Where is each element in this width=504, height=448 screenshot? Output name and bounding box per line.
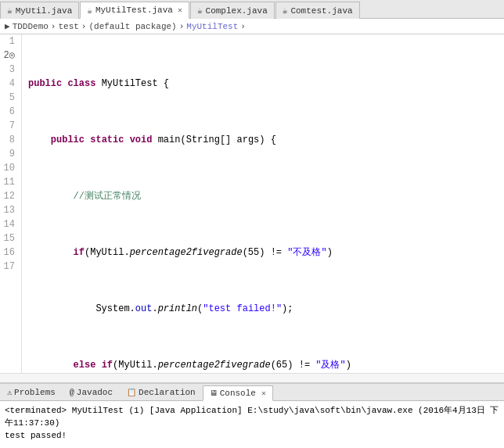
line-num-17: 17 xyxy=(3,260,15,274)
code-line-6: else if(MyUtil.percentage2fivegrade(65) … xyxy=(28,358,504,372)
line-num-5: 5 xyxy=(3,91,15,105)
tab-problems[interactable]: ⚠ Problems xyxy=(0,385,63,400)
tab-console[interactable]: 🖥 Console ✕ xyxy=(203,385,273,401)
problems-icon: ⚠ xyxy=(7,388,12,397)
console-close[interactable]: ✕ xyxy=(261,389,266,398)
tab-declaration-label: Declaration xyxy=(139,388,196,397)
line-num-9: 9 xyxy=(3,147,15,161)
console-output: <terminated> MyUtilTest (1) [Java Applic… xyxy=(0,401,504,448)
line-num-3: 3 xyxy=(3,63,15,77)
declaration-icon: 📋 xyxy=(127,388,136,397)
java-icon-complex: ☕ xyxy=(197,5,203,16)
tab-complex-label: Complex.java xyxy=(206,6,268,16)
tab-declaration[interactable]: 📋 Declaration xyxy=(120,385,203,400)
tab-javadoc-label: Javadoc xyxy=(77,388,113,397)
horizontal-scrollbar[interactable] xyxy=(0,373,504,382)
line-num-14: 14 xyxy=(3,217,15,231)
tab-comtest-label: Comtest.java xyxy=(290,6,352,16)
line-numbers: 1 2◎ 3 4 5 6 7 8 9 10 11 12 13 14 15 16 … xyxy=(0,34,22,373)
javadoc-icon: @ xyxy=(70,389,74,397)
editor[interactable]: 1 2◎ 3 4 5 6 7 8 9 10 11 12 13 14 15 16 … xyxy=(0,34,504,373)
bottom-tab-bar: ⚠ Problems @ Javadoc 📋 Declaration 🖥 Con… xyxy=(0,384,504,401)
line-num-2: 2◎ xyxy=(3,48,15,63)
breadcrumb-icon-arrow: ▶ xyxy=(5,21,10,31)
line-num-15: 15 xyxy=(3,231,15,246)
code-area[interactable]: public class MyUtilTest { public static … xyxy=(22,34,504,373)
java-icon-comtest: ☕ xyxy=(283,5,288,16)
line-num-6: 6 xyxy=(3,105,15,119)
breadcrumb-class[interactable]: MyUtilTest xyxy=(186,22,238,31)
code-line-3: //测试正常情况 xyxy=(28,189,504,203)
tab-javadoc[interactable]: @ Javadoc xyxy=(63,385,120,400)
tab-myutil-label: MyUtil.java xyxy=(16,6,73,16)
breadcrumb-test[interactable]: test xyxy=(58,22,78,31)
breadcrumb-sep3: › xyxy=(179,22,185,31)
code-line-1: public class MyUtilTest { xyxy=(28,77,504,91)
breadcrumb-package[interactable]: (default package) xyxy=(88,22,176,31)
breadcrumb-sep2: › xyxy=(81,22,87,31)
breadcrumb: ▶ TDDDemo › test › (default package) › M… xyxy=(0,19,504,34)
line-num-13: 13 xyxy=(3,203,15,217)
breadcrumb-sep1: › xyxy=(51,22,56,31)
tab-myutiltest-label: MyUtilTest.java xyxy=(95,5,173,15)
line-num-10: 10 xyxy=(3,161,15,175)
console-icon: 🖥 xyxy=(210,389,218,398)
breadcrumb-sep4: › xyxy=(240,22,246,31)
breadcrumb-tdddemo[interactable]: TDDDemo xyxy=(13,22,49,31)
tab-complex[interactable]: ☕ Complex.java xyxy=(190,2,275,19)
tab-myutiltest-close[interactable]: ✕ xyxy=(178,5,182,15)
tab-bar: ☕ MyUtil.java ☕ MyUtilTest.java ✕ ☕ Comp… xyxy=(0,0,504,19)
line-num-12: 12 xyxy=(3,189,15,203)
tab-myutil[interactable]: ☕ MyUtil.java xyxy=(0,2,79,19)
tab-comtest[interactable]: ☕ Comtest.java xyxy=(275,2,360,19)
line-num-11: 11 xyxy=(3,175,15,189)
line-num-8: 8 xyxy=(3,133,15,147)
console-header-line: <terminated> MyUtilTest (1) [Java Applic… xyxy=(5,404,499,429)
tab-console-label: Console xyxy=(220,389,256,398)
java-icon-myutiltest: ☕ xyxy=(87,5,92,16)
code-line-2: public static void main(String[] args) { xyxy=(28,133,504,147)
tab-problems-label: Problems xyxy=(14,388,56,397)
code-line-4: if(MyUtil.percentage2fivegrade(55) != "不… xyxy=(28,246,504,260)
editor-content: 1 2◎ 3 4 5 6 7 8 9 10 11 12 13 14 15 16 … xyxy=(0,34,504,373)
console-output-line: test passed! xyxy=(5,429,499,442)
line-num-7: 7 xyxy=(3,119,15,133)
line-num-16: 16 xyxy=(3,246,15,260)
java-icon-myutil: ☕ xyxy=(7,5,13,16)
tab-myutiltest[interactable]: ☕ MyUtilTest.java ✕ xyxy=(80,2,189,19)
code-line-5: System.out.println("test failed!"); xyxy=(28,302,504,316)
line-num-4: 4 xyxy=(3,77,15,91)
bottom-panel: ⚠ Problems @ Javadoc 📋 Declaration 🖥 Con… xyxy=(0,382,504,448)
line-num-1: 1 xyxy=(3,34,15,48)
